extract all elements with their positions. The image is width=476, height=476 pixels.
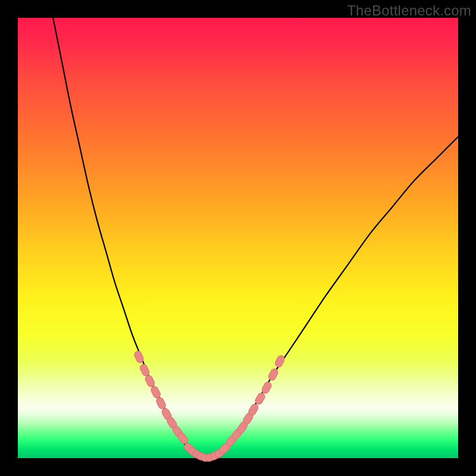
watermark-text: TheBottleneck.com (347, 2, 471, 19)
curve-marker (150, 385, 162, 399)
marker-layer (133, 350, 286, 462)
curve-marker (274, 355, 286, 368)
chart-svg (18, 18, 458, 458)
curve-marker (267, 368, 279, 381)
bottleneck-curve (53, 18, 458, 458)
curve-layer (53, 18, 458, 458)
chart-frame (18, 18, 458, 458)
